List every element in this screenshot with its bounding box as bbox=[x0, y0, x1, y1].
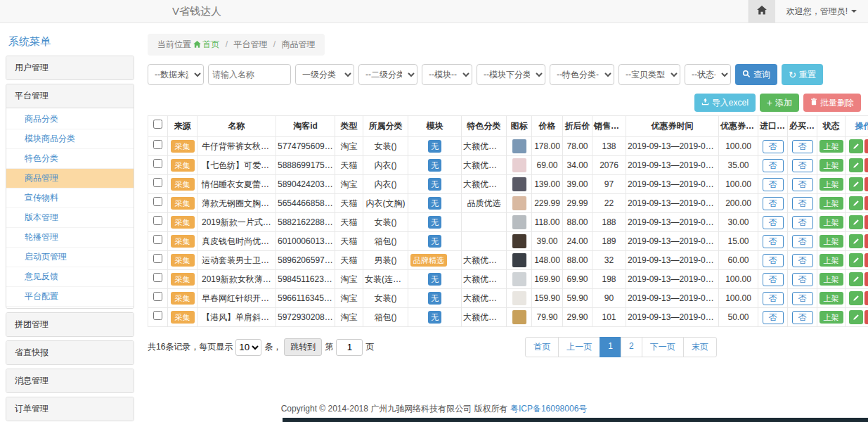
breadcrumb-item-platform[interactable]: 平台管理 bbox=[233, 39, 267, 49]
row-checkbox[interactable] bbox=[153, 159, 162, 168]
row-checkbox[interactable] bbox=[153, 311, 162, 320]
sidebar-group-toggle[interactable]: 省直快报 bbox=[6, 341, 134, 364]
edit-button[interactable] bbox=[849, 253, 863, 267]
module-tag[interactable]: 无 bbox=[428, 292, 441, 305]
must-buy-toggle[interactable]: 否 bbox=[792, 311, 813, 324]
reset-button[interactable]: ↻ 重置 bbox=[782, 64, 823, 85]
module-tag[interactable]: 无 bbox=[428, 178, 441, 191]
page-button[interactable]: 首页 bbox=[525, 337, 559, 357]
source-tag[interactable]: 采集 bbox=[171, 235, 195, 248]
must-buy-toggle[interactable]: 否 bbox=[792, 254, 813, 267]
must-buy-toggle[interactable]: 否 bbox=[792, 178, 813, 191]
status-toggle[interactable]: 上架 bbox=[820, 311, 843, 324]
batch-delete-button[interactable]: 批量删除 bbox=[803, 94, 861, 112]
status-toggle[interactable]: 上架 bbox=[820, 159, 843, 172]
sidebar-group-toggle[interactable]: 平台管理 bbox=[6, 84, 134, 108]
delete-button[interactable] bbox=[864, 310, 868, 324]
status-toggle[interactable]: 上架 bbox=[820, 235, 843, 248]
import-select-toggle[interactable]: 否 bbox=[763, 216, 784, 229]
import-select-toggle[interactable]: 否 bbox=[763, 235, 784, 248]
jump-button[interactable]: 跳转到 bbox=[284, 338, 322, 356]
sidebar-item[interactable]: 启动页管理 bbox=[6, 248, 134, 267]
row-checkbox[interactable] bbox=[153, 235, 162, 244]
sidebar-group-toggle[interactable]: 拼团管理 bbox=[6, 313, 134, 336]
delete-button[interactable] bbox=[864, 234, 868, 248]
status-toggle[interactable]: 上架 bbox=[820, 254, 843, 267]
edit-button[interactable] bbox=[849, 139, 863, 153]
source-tag[interactable]: 采集 bbox=[171, 140, 195, 153]
page-button[interactable]: 1 bbox=[600, 337, 621, 357]
edit-button[interactable] bbox=[849, 158, 863, 172]
sidebar-item[interactable]: 版本管理 bbox=[6, 208, 134, 228]
sidebar-group-toggle[interactable]: 用户管理 bbox=[6, 56, 134, 79]
sidebar-item[interactable]: 商品分类 bbox=[6, 110, 134, 129]
edit-button[interactable] bbox=[849, 310, 863, 324]
row-checkbox[interactable] bbox=[153, 178, 162, 187]
import-select-toggle[interactable]: 否 bbox=[763, 254, 784, 267]
row-checkbox[interactable] bbox=[153, 254, 162, 263]
status-toggle[interactable]: 上架 bbox=[820, 292, 843, 305]
sidebar-item[interactable]: 特色分类 bbox=[6, 149, 134, 169]
source-tag[interactable]: 采集 bbox=[171, 273, 195, 286]
row-checkbox[interactable] bbox=[153, 216, 162, 225]
page-button[interactable]: 下一页 bbox=[642, 337, 684, 357]
home-button[interactable] bbox=[749, 0, 775, 23]
module-sub-select[interactable]: --模块下分类-- bbox=[477, 64, 545, 85]
import-select-toggle[interactable]: 否 bbox=[763, 159, 784, 172]
delete-button[interactable] bbox=[864, 272, 868, 286]
status-select[interactable]: --状态-- bbox=[685, 64, 731, 85]
row-checkbox[interactable] bbox=[153, 273, 162, 282]
source-tag[interactable]: 采集 bbox=[171, 216, 195, 229]
import-excel-button[interactable]: 导入excel bbox=[694, 94, 756, 112]
module-tag[interactable]: 无 bbox=[428, 197, 441, 210]
sidebar-item[interactable]: 模块商品分类 bbox=[6, 129, 134, 149]
status-toggle[interactable]: 上架 bbox=[820, 216, 843, 229]
sidebar-item[interactable]: 宣传物料 bbox=[6, 188, 134, 208]
select-all-checkbox[interactable] bbox=[153, 120, 162, 129]
delete-button[interactable] bbox=[864, 139, 868, 153]
module-tag[interactable]: 无 bbox=[428, 273, 441, 286]
must-buy-toggle[interactable]: 否 bbox=[792, 216, 813, 229]
source-tag[interactable]: 采集 bbox=[171, 311, 195, 324]
level1-select[interactable]: 一级分类 bbox=[295, 64, 354, 85]
status-toggle[interactable]: 上架 bbox=[820, 273, 843, 286]
page-button[interactable]: 2 bbox=[621, 337, 642, 357]
user-menu[interactable]: 欢迎您，管理员! bbox=[775, 6, 868, 18]
module-tag[interactable]: 无 bbox=[428, 311, 441, 324]
edit-button[interactable] bbox=[849, 215, 863, 229]
delete-button[interactable] bbox=[864, 196, 868, 210]
page-number-input[interactable] bbox=[336, 339, 363, 356]
must-buy-toggle[interactable]: 否 bbox=[792, 292, 813, 305]
must-buy-toggle[interactable]: 否 bbox=[792, 140, 813, 153]
edit-button[interactable] bbox=[849, 234, 863, 248]
status-toggle[interactable]: 上架 bbox=[820, 197, 843, 210]
import-select-toggle[interactable]: 否 bbox=[763, 311, 784, 324]
level2-select[interactable]: --二级分类-- bbox=[358, 64, 417, 85]
import-select-toggle[interactable]: 否 bbox=[763, 197, 784, 210]
edit-button[interactable] bbox=[849, 177, 863, 191]
source-tag[interactable]: 采集 bbox=[171, 197, 195, 210]
row-checkbox[interactable] bbox=[153, 292, 162, 301]
row-checkbox[interactable] bbox=[153, 197, 162, 206]
page-button[interactable]: 末页 bbox=[683, 337, 717, 357]
source-tag[interactable]: 采集 bbox=[171, 254, 195, 267]
sidebar-item[interactable]: 意见反馈 bbox=[6, 267, 134, 287]
must-buy-toggle[interactable]: 否 bbox=[792, 159, 813, 172]
source-tag[interactable]: 采集 bbox=[171, 159, 195, 172]
sidebar-item[interactable]: 平台配置 bbox=[6, 287, 134, 307]
row-checkbox[interactable] bbox=[153, 140, 162, 149]
source-tag[interactable]: 采集 bbox=[171, 178, 195, 191]
breadcrumb-home-link[interactable]: 首页 bbox=[193, 39, 221, 49]
source-select[interactable]: --数据来源-- bbox=[148, 64, 204, 85]
module-tag[interactable]: 无 bbox=[428, 235, 441, 248]
add-button[interactable]: + 添加 bbox=[760, 94, 799, 112]
page-size-select[interactable]: 10 bbox=[235, 339, 261, 356]
source-tag[interactable]: 采集 bbox=[171, 292, 195, 305]
module-tag[interactable]: 品牌精选 bbox=[410, 254, 447, 267]
module-select[interactable]: --模块-- bbox=[422, 64, 472, 85]
name-search-input[interactable] bbox=[208, 64, 291, 85]
must-buy-toggle[interactable]: 否 bbox=[792, 197, 813, 210]
item-type-select[interactable]: --宝贝类型-- bbox=[618, 64, 680, 85]
edit-button[interactable] bbox=[849, 272, 863, 286]
delete-button[interactable] bbox=[864, 215, 868, 229]
